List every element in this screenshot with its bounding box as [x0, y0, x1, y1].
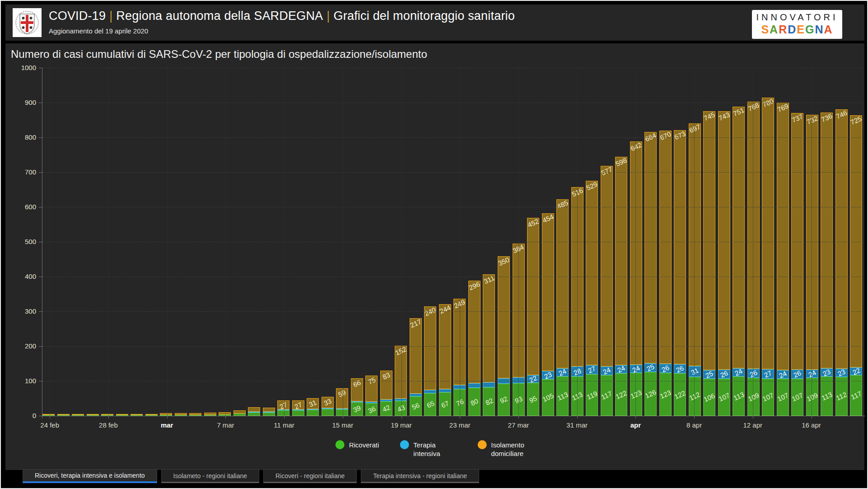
- bar-6-mar[interactable]: [204, 413, 216, 416]
- bar-segment-isolamento[interactable]: 673: [674, 130, 686, 364]
- bar-7-apr[interactable]: 67326122: [674, 130, 686, 416]
- legend-item[interactable]: Ricoverati: [336, 440, 379, 449]
- bar-8-apr[interactable]: 69731112: [689, 123, 701, 416]
- bar-segment-ricoverati[interactable]: 107: [718, 379, 730, 416]
- bar-segment-ricoverati[interactable]: [248, 413, 260, 416]
- bar-segment-ricoverati[interactable]: [42, 415, 55, 416]
- bar-segment-terapia-intensiva[interactable]: [439, 389, 451, 393]
- bar-segment-terapia-intensiva[interactable]: 22: [850, 367, 862, 375]
- bar-segment-terapia-intensiva[interactable]: 24: [777, 370, 789, 378]
- bar-segment-ricoverati[interactable]: [175, 415, 187, 416]
- bar-10-apr[interactable]: 74326107: [718, 111, 730, 416]
- bar-segment-terapia-intensiva[interactable]: 23: [821, 368, 833, 376]
- bar-16-apr[interactable]: 73224109: [806, 115, 818, 416]
- bar-segment-terapia-intensiva[interactable]: 26: [791, 370, 803, 379]
- bar-segment-ricoverati[interactable]: [116, 415, 128, 416]
- bar-segment-isolamento[interactable]: 664: [644, 132, 657, 363]
- bar-25-feb[interactable]: [57, 414, 70, 416]
- bar-segment-ricoverati[interactable]: [131, 415, 143, 416]
- bar-segment-isolamento[interactable]: 780: [762, 98, 774, 369]
- bar-segment-ricoverati[interactable]: 113: [733, 376, 745, 416]
- bar-14-apr[interactable]: 76924107: [777, 103, 789, 416]
- bar-27-feb[interactable]: [87, 414, 99, 416]
- bar-3-apr[interactable]: 59824122: [615, 157, 627, 416]
- bar-segment-isolamento[interactable]: 577: [601, 166, 613, 367]
- bar-segment-terapia-intensiva[interactable]: 24: [806, 370, 818, 378]
- bar-segment-ricoverati[interactable]: 95: [527, 383, 539, 416]
- bar-segment-terapia-intensiva[interactable]: 31: [689, 366, 701, 377]
- bar-30-mar[interactable]: 48524113: [556, 199, 569, 416]
- bar-24-mar[interactable]: 29680: [468, 281, 481, 416]
- bar-segment-isolamento[interactable]: 296: [468, 281, 481, 384]
- bar-segment-terapia-intensiva[interactable]: 26: [718, 370, 730, 379]
- bar-segment-isolamento[interactable]: 598: [615, 157, 627, 365]
- bar-28-feb[interactable]: [101, 414, 113, 416]
- bar-segment-ricoverati[interactable]: [263, 413, 275, 416]
- bar-segment-terapia-intensiva[interactable]: 23: [835, 369, 848, 377]
- legend-item[interactable]: Terapia intensiva: [400, 440, 457, 458]
- bar-segment-terapia-intensiva[interactable]: 24: [615, 365, 627, 373]
- bar-3-mar[interactable]: [160, 413, 172, 416]
- bar-segment-ricoverati[interactable]: 109: [747, 378, 760, 416]
- bar-segment-isolamento[interactable]: 737: [791, 113, 803, 369]
- bar-segment-ricoverati[interactable]: 56: [410, 396, 422, 416]
- bar-16-mar[interactable]: 6639: [351, 378, 363, 416]
- bar-segment-isolamento[interactable]: [263, 408, 275, 412]
- bar-8-mar[interactable]: [233, 410, 246, 416]
- bar-segment-ricoverati[interactable]: 112: [689, 377, 701, 416]
- bar-segment-isolamento[interactable]: 670: [659, 131, 672, 364]
- bar-segment-ricoverati[interactable]: 122: [615, 373, 627, 416]
- bar-segment-isolamento[interactable]: 75: [365, 376, 378, 402]
- bar-segment-isolamento[interactable]: 83: [380, 371, 392, 400]
- bar-segment-terapia-intensiva[interactable]: 24: [556, 368, 569, 376]
- bar-24-feb[interactable]: [42, 414, 55, 416]
- legend-item[interactable]: Isolamento domiciliare: [477, 440, 534, 458]
- bar-segment-isolamento[interactable]: [248, 407, 260, 412]
- bar-segment-isolamento[interactable]: 529: [586, 181, 598, 365]
- bar-segment-terapia-intensiva[interactable]: 25: [644, 363, 657, 372]
- bar-segment-ricoverati[interactable]: [87, 415, 99, 416]
- bar-18-apr[interactable]: 74623112: [835, 109, 848, 416]
- bar-segment-isolamento[interactable]: 350: [498, 256, 510, 378]
- bar-segment-ricoverati[interactable]: 107: [762, 379, 774, 416]
- bar-segment-isolamento[interactable]: [233, 410, 246, 414]
- bar-segment-ricoverati[interactable]: 107: [777, 379, 789, 416]
- bar-segment-isolamento[interactable]: 217: [410, 318, 422, 394]
- bar-20-mar[interactable]: 21756: [410, 318, 422, 416]
- bar-segment-isolamento[interactable]: 66: [351, 378, 363, 401]
- bar-segment-ricoverati[interactable]: 109: [806, 378, 818, 416]
- bar-10-mar[interactable]: [263, 408, 275, 416]
- bar-7-mar[interactable]: [219, 412, 231, 416]
- bar-29-mar[interactable]: 45423105: [542, 213, 554, 416]
- bar-segment-ricoverati[interactable]: 122: [674, 373, 686, 416]
- bar-2-mar[interactable]: [145, 414, 158, 416]
- bar-segment-ricoverati[interactable]: [233, 414, 246, 416]
- bar-19-apr[interactable]: 72522117: [850, 115, 862, 416]
- bar-segment-isolamento[interactable]: 27: [292, 400, 304, 410]
- bar-segment-ricoverati[interactable]: [219, 414, 231, 416]
- bar-segment-isolamento[interactable]: 27: [277, 400, 289, 410]
- bar-segment-ricoverati[interactable]: [101, 415, 113, 416]
- bar-25-mar[interactable]: 31182: [483, 274, 495, 416]
- bar-segment-ricoverati[interactable]: 42: [380, 401, 392, 416]
- bar-segment-isolamento[interactable]: 697: [689, 123, 701, 366]
- bar-segment-terapia-intensiva[interactable]: 22: [527, 375, 539, 383]
- bar-26-feb[interactable]: [72, 414, 84, 416]
- bar-segment-isolamento[interactable]: 746: [835, 109, 848, 369]
- bar-segment-terapia-intensiva[interactable]: 26: [747, 369, 760, 378]
- bar-6-apr[interactable]: 67026123: [659, 131, 672, 416]
- bar-segment-isolamento[interactable]: 454: [542, 213, 554, 371]
- bar-12-apr[interactable]: 76826109: [747, 102, 760, 416]
- bar-5-apr[interactable]: 66425126: [644, 132, 657, 416]
- bar-segment-ricoverati[interactable]: 105: [542, 379, 554, 416]
- bar-segment-terapia-intensiva[interactable]: [483, 382, 495, 387]
- bar-28-mar[interactable]: 4522295: [527, 218, 539, 416]
- bar-segment-terapia-intensiva[interactable]: [424, 390, 436, 393]
- bar-segment-terapia-intensiva[interactable]: 23: [542, 371, 554, 379]
- bar-segment-isolamento[interactable]: 745: [703, 111, 715, 371]
- bar-17-apr[interactable]: 73623113: [821, 113, 833, 416]
- bar-segment-ricoverati[interactable]: [72, 415, 84, 416]
- bar-segment-isolamento[interactable]: 725: [850, 115, 862, 367]
- bar-1-mar[interactable]: [131, 414, 143, 416]
- bar-segment-ricoverati[interactable]: [145, 415, 158, 416]
